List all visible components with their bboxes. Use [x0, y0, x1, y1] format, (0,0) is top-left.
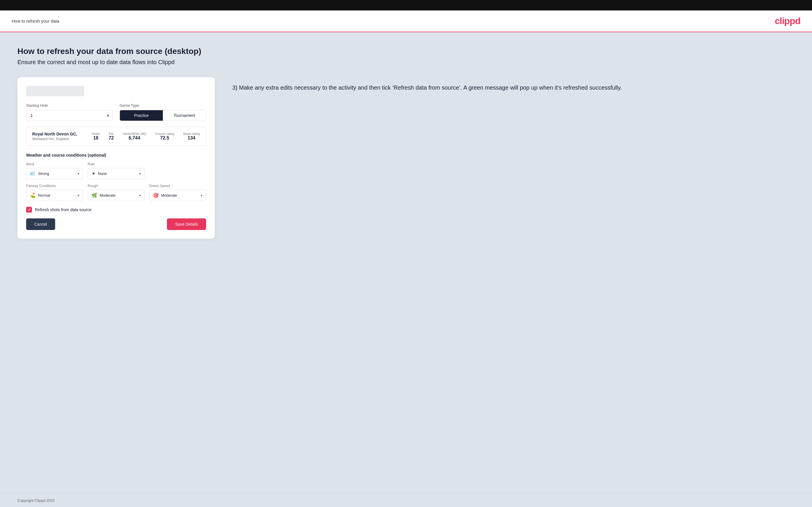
rough-group: Rough 🌿 Moderate ▾ [88, 184, 145, 201]
fairway-label: Fairway Conditions [26, 184, 83, 188]
yards-label: Yards/White (M)) [122, 132, 146, 135]
breadcrumb: How to refresh your data [12, 18, 59, 23]
empty-group [149, 162, 206, 179]
green-speed-group: Green Speed 🎯 Moderate ▾ [149, 184, 206, 201]
fairway-icon: ⛳ [30, 192, 36, 198]
fairway-value: Normal [38, 193, 78, 198]
form-card: Starting Hole 1 Game Type Practice Tourn… [17, 77, 215, 239]
course-name: Royal North Devon GC, [32, 132, 83, 136]
tab-pill-1 [26, 86, 84, 96]
content-layout: Starting Hole 1 Game Type Practice Tourn… [17, 77, 795, 239]
game-type-buttons: Practice Tournament [119, 110, 206, 121]
cancel-button[interactable]: Cancel [26, 218, 55, 230]
rain-select[interactable]: ☀ None ▾ [88, 168, 145, 179]
copyright-text: Copyright Clippd 2022 [17, 498, 55, 503]
wind-group: Wind 💨 Strong ▾ [26, 162, 83, 179]
rough-value: Moderate [100, 193, 139, 198]
button-row: Cancel Save Details [26, 218, 206, 230]
slope-rating-label: Slope rating [183, 132, 200, 135]
save-details-button[interactable]: Save Details [167, 218, 206, 230]
logo: clippd [775, 16, 800, 26]
page-title: How to refresh your data from source (de… [17, 47, 795, 56]
rain-chevron-icon: ▾ [139, 172, 141, 176]
slope-rating-stat: Slope rating 134 [183, 132, 200, 141]
holes-value: 18 [92, 135, 100, 141]
course-par-stat: Par 72 [109, 132, 114, 141]
course-holes-stat: Holes 18 [92, 132, 100, 141]
sidebar-description: 3) Make any extra edits necessary to the… [232, 83, 795, 92]
fairway-select[interactable]: ⛳ Normal ▾ [26, 190, 83, 201]
course-rating-value: 72.5 [155, 135, 174, 141]
rain-label: Rain [88, 162, 145, 166]
holes-label: Holes [92, 132, 100, 135]
wind-icon: 💨 [30, 171, 36, 176]
tournament-button[interactable]: Tournament [163, 110, 206, 121]
game-type-label: Game Type [119, 103, 206, 108]
starting-hole-gametype-row: Starting Hole 1 Game Type Practice Tourn… [26, 103, 206, 121]
wind-rain-row: Wind 💨 Strong ▾ Rain ☀ None ▾ [26, 162, 206, 179]
rain-value: None [98, 171, 139, 176]
starting-hole-select-wrapper[interactable]: 1 [26, 110, 113, 121]
par-value: 72 [109, 135, 114, 141]
refresh-checkbox[interactable] [26, 207, 32, 213]
green-speed-label: Green Speed [149, 184, 206, 188]
fairway-chevron-icon: ▾ [78, 193, 79, 198]
footer: Copyright Clippd 2022 [0, 493, 812, 507]
starting-hole-label: Starting Hole [26, 103, 113, 108]
fairway-rough-green-row: Fairway Conditions ⛳ Normal ▾ Rough 🌿 Mo… [26, 184, 206, 201]
course-info-box: Royal North Devon GC, Westward Ho!, Engl… [26, 127, 206, 146]
course-yards-stat: Yards/White (M)) 6,744 [122, 132, 146, 141]
card-top-tabs [26, 86, 206, 96]
slope-rating-value: 134 [183, 135, 200, 141]
checkbox-label: Refresh shots from data source [35, 207, 92, 212]
main-content: How to refresh your data from source (de… [0, 32, 812, 493]
wind-label: Wind [26, 162, 83, 166]
yards-value: 6,744 [122, 135, 146, 141]
header: How to refresh your data clippd [0, 10, 812, 32]
starting-hole-group: Starting Hole 1 [26, 103, 113, 121]
green-speed-value: Moderate [161, 193, 201, 198]
wind-select[interactable]: 💨 Strong ▾ [26, 168, 83, 179]
par-label: Par [109, 132, 114, 135]
checkbox-row: Refresh shots from data source [26, 207, 206, 213]
rough-select[interactable]: 🌿 Moderate ▾ [88, 190, 145, 201]
rough-chevron-icon: ▾ [139, 193, 141, 198]
sidebar-text: 3) Make any extra edits necessary to the… [232, 77, 795, 92]
course-rating-stat: Course rating 72.5 [155, 132, 174, 141]
top-bar [0, 0, 812, 10]
starting-hole-select[interactable]: 1 [26, 110, 113, 121]
wind-value: Strong [38, 171, 78, 176]
conditions-section-title: Weather and course conditions (optional) [26, 153, 206, 158]
rain-group: Rain ☀ None ▾ [88, 162, 145, 179]
course-rating-label: Course rating [155, 132, 174, 135]
wind-chevron-icon: ▾ [78, 172, 79, 176]
green-speed-icon: 🎯 [153, 192, 159, 198]
rain-icon: ☀ [92, 171, 96, 176]
fairway-group: Fairway Conditions ⛳ Normal ▾ [26, 184, 83, 201]
rough-icon: 🌿 [92, 192, 97, 198]
game-type-group: Game Type Practice Tournament [119, 103, 206, 121]
green-speed-select[interactable]: 🎯 Moderate ▾ [149, 190, 206, 201]
practice-button[interactable]: Practice [120, 110, 163, 121]
rough-label: Rough [88, 184, 145, 188]
page-subtitle: Ensure the correct and most up to date d… [17, 59, 795, 65]
course-name-col: Royal North Devon GC, Westward Ho!, Engl… [32, 132, 83, 141]
course-location: Westward Ho!, England [32, 137, 83, 141]
green-speed-chevron-icon: ▾ [201, 193, 202, 198]
